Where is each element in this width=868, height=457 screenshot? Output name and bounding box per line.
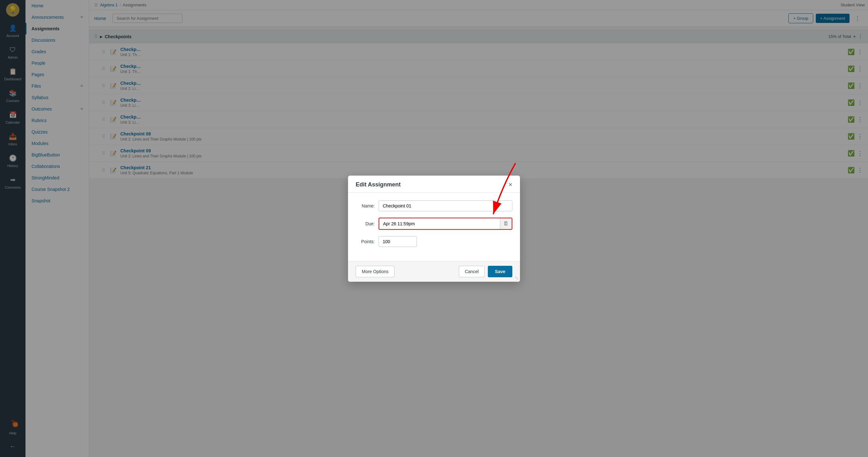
save-button[interactable]: Save bbox=[488, 266, 512, 277]
resize-handle[interactable]: ⤡ bbox=[515, 275, 519, 281]
name-label: Name: bbox=[356, 203, 375, 208]
more-options-button[interactable]: More Options bbox=[356, 266, 395, 277]
assignment-name-input[interactable] bbox=[379, 200, 512, 211]
points-input[interactable] bbox=[379, 236, 417, 247]
edit-assignment-modal: Edit Assignment × Name: Due: 🗓 Points: bbox=[348, 176, 520, 282]
modal-close-button[interactable]: × bbox=[508, 181, 512, 188]
due-field-wrap: 🗓 bbox=[379, 218, 512, 230]
name-form-row: Name: bbox=[356, 200, 512, 211]
cancel-button[interactable]: Cancel bbox=[459, 266, 485, 277]
footer-right: Cancel Save bbox=[459, 266, 512, 277]
points-form-row: Points: bbox=[356, 236, 512, 247]
due-form-row: Due: 🗓 bbox=[356, 218, 512, 230]
modal-body: Name: Due: 🗓 Points: bbox=[348, 193, 520, 261]
modal-header: Edit Assignment × bbox=[348, 176, 520, 193]
modal-title: Edit Assignment bbox=[356, 181, 401, 188]
due-label: Due: bbox=[356, 221, 375, 226]
points-label: Points: bbox=[356, 239, 375, 244]
calendar-button[interactable]: 🗓 bbox=[500, 218, 512, 229]
due-date-input[interactable] bbox=[379, 219, 500, 229]
modal-footer: More Options Cancel Save bbox=[348, 261, 520, 282]
modal-overlay[interactable]: Edit Assignment × Name: Due: 🗓 Points: bbox=[0, 0, 868, 457]
